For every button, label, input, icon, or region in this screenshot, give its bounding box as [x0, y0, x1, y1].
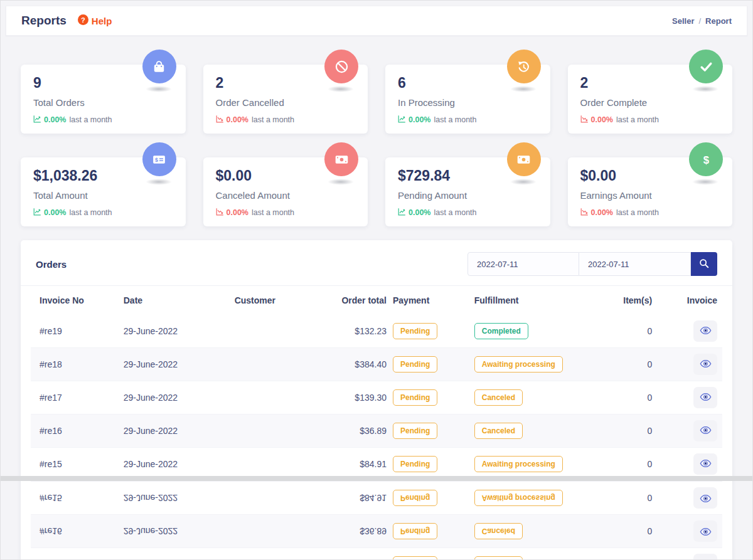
view-invoice-button[interactable]: [693, 554, 717, 560]
stat-period: last a month: [69, 115, 112, 124]
stat-label: Total Orders: [33, 97, 173, 108]
breadcrumb-report[interactable]: Report: [705, 16, 732, 26]
eye-icon: [700, 359, 712, 370]
column-header: Payment: [393, 295, 474, 305]
stat-label: Order Complete: [580, 97, 720, 108]
stat-period: last a month: [616, 208, 659, 217]
order-total-cell: $384.40: [292, 359, 393, 369]
view-invoice-button[interactable]: [693, 387, 717, 408]
breadcrumb: Seller / Report: [672, 16, 732, 26]
stat-change: 0.00%: [227, 115, 248, 124]
money-bill-icon: [507, 142, 541, 176]
table-row: #re1829-June-2022$384.40PendingAwaiting …: [31, 348, 722, 381]
invoice-no-cell: #re19: [36, 326, 124, 336]
stat-label: Earnings Amount: [580, 190, 720, 201]
table-row: #re1729-June-2022$139.30PendingCanceled0: [31, 381, 722, 415]
view-invoice-button[interactable]: [693, 420, 717, 441]
view-invoice-button[interactable]: [693, 320, 717, 342]
eye-icon: [700, 326, 712, 337]
date-cell: 29-June-2022: [124, 326, 218, 336]
chart-up-icon: [398, 115, 406, 125]
table-row: #re1529-June-2022$84.91PendingAwaiting p…: [31, 481, 722, 514]
column-header: Customer: [217, 295, 292, 305]
payment-cell: Pending: [393, 323, 474, 339]
orders-card: Orders Invoice NoDateCustomerOrder total…: [21, 240, 732, 560]
view-invoice-button[interactable]: [693, 354, 717, 375]
invoice-no-cell: #re18: [36, 359, 124, 369]
order-total-cell: $84.91: [292, 459, 393, 469]
stat-period: last a month: [252, 115, 294, 124]
date-cell: 29-June-2022: [124, 359, 218, 369]
table-row: #re1729-June-2022$139.30PendingCanceled0: [31, 547, 722, 560]
table-row: #re1929-June-2022$132.23PendingCompleted…: [31, 315, 722, 348]
view-invoice-button[interactable]: [693, 487, 717, 509]
search-button[interactable]: [691, 252, 717, 276]
payment-badge: Pending: [393, 423, 437, 439]
fulfillment-cell: Completed: [474, 323, 600, 339]
icon-shadow: [146, 179, 172, 185]
invoice-no-cell: #re15: [36, 459, 124, 469]
fulfillment-cell: Awaiting processing: [474, 356, 600, 372]
eye-icon: [700, 426, 712, 436]
stat-card: 9 Total Orders 0.00% last a month: [21, 65, 186, 134]
stat-period: last a month: [616, 115, 659, 124]
order-total-cell: $139.30: [292, 393, 393, 403]
check-icon: [689, 50, 723, 83]
fulfillment-cell: Canceled: [474, 556, 600, 560]
icon-shadow: [692, 179, 718, 185]
fulfillment-badge: Canceled: [474, 556, 523, 560]
stat-period: last a month: [434, 208, 476, 217]
search-icon: [698, 258, 710, 271]
column-header: Invoice: [656, 295, 717, 305]
svg-text:$: $: [155, 157, 158, 163]
view-invoice-button[interactable]: [693, 520, 717, 542]
eye-icon: [700, 526, 712, 537]
order-total-cell: $132.23: [292, 326, 393, 336]
payment-badge: Pending: [393, 556, 437, 560]
table-header-row: Invoice NoDateCustomerOrder totalPayment…: [31, 286, 722, 315]
stat-cards-grid: 9 Total Orders 0.00% last a month 2 Orde…: [21, 65, 732, 226]
fulfillment-cell: Awaiting processing: [474, 456, 600, 472]
invoice-no-cell: #re16: [36, 526, 124, 536]
stat-label: In Processing: [398, 97, 538, 108]
topbar: Reports ? Help Seller / Report: [6, 6, 747, 36]
payment-cell: Pending: [393, 556, 474, 560]
stat-label: Canceled Amount: [216, 190, 356, 201]
help-label: Help: [92, 16, 112, 26]
stat-card: $ $1,038.26 Total Amount 0.00% last a mo…: [21, 157, 186, 226]
column-header: Item(s): [599, 295, 656, 305]
breadcrumb-seller[interactable]: Seller: [672, 16, 694, 26]
items-cell: 0: [599, 426, 656, 436]
invoice-no-cell: #re15: [36, 493, 124, 503]
stat-change: 0.00%: [409, 115, 430, 124]
help-link[interactable]: ? Help: [78, 14, 112, 28]
stat-card: $0.00 Canceled Amount 0.00% last a month: [203, 157, 368, 226]
payment-badge: Pending: [393, 523, 437, 539]
view-invoice-button[interactable]: [693, 453, 717, 475]
order-total-cell: $84.91: [292, 493, 393, 503]
fulfillment-badge: Canceled: [474, 523, 523, 539]
payment-cell: Pending: [393, 456, 474, 472]
payment-cell: Pending: [393, 490, 474, 506]
payment-badge: Pending: [393, 323, 437, 339]
items-cell: 0: [599, 526, 656, 536]
chart-down-icon: [580, 115, 589, 125]
fulfillment-badge: Awaiting processing: [474, 456, 563, 472]
invoice-no-cell: #re16: [36, 426, 124, 436]
icon-shadow: [692, 86, 718, 92]
chart-up-icon: [398, 208, 406, 218]
fulfillment-badge: Canceled: [474, 423, 523, 439]
stat-period: last a month: [252, 208, 294, 217]
fulfillment-badge: Canceled: [474, 389, 523, 406]
orders-header: Orders: [31, 250, 722, 277]
breadcrumb-separator: /: [698, 16, 701, 26]
items-cell: 0: [599, 326, 656, 336]
orders-table: Invoice NoDateCustomerOrder totalPayment…: [21, 285, 732, 560]
date-from-input[interactable]: [467, 252, 579, 276]
icon-shadow: [328, 179, 354, 185]
payment-cell: Pending: [393, 523, 474, 539]
invoice-action-cell: [656, 420, 717, 441]
invoice-action-cell: [656, 320, 717, 342]
date-cell: 29-June-2022: [124, 426, 218, 436]
date-to-input[interactable]: [579, 252, 691, 276]
